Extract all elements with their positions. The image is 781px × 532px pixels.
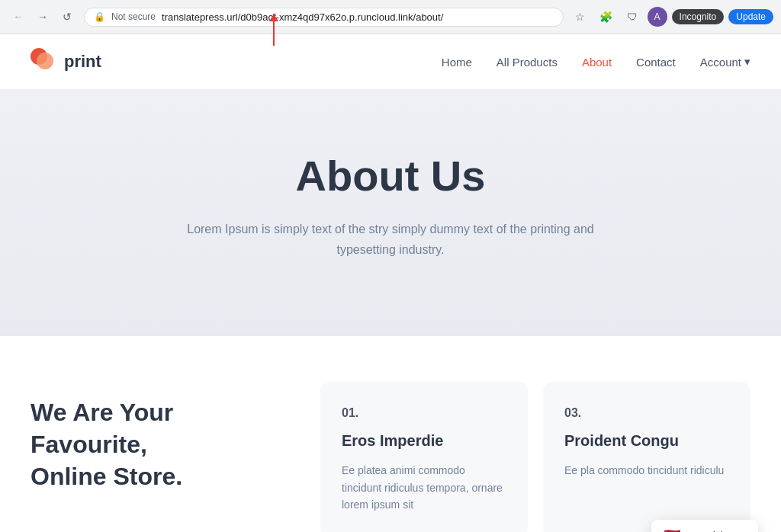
spanish-label: Spanish bbox=[688, 530, 727, 532]
hero-description: Lorem Ipsum is simply text of the stry s… bbox=[177, 219, 604, 260]
address-bar[interactable]: 🔒 Not secure translatepress.url/d0b9acf-… bbox=[84, 8, 564, 27]
left-title-line1: We Are Your Favourite, bbox=[31, 399, 173, 458]
nav-about[interactable]: About bbox=[582, 56, 612, 69]
nav-home[interactable]: Home bbox=[442, 56, 472, 69]
content-section: We Are Your Favourite, Online Store. 01.… bbox=[0, 336, 781, 532]
hero-title: About Us bbox=[31, 151, 750, 200]
profile-button[interactable]: A bbox=[648, 7, 667, 27]
browser-chrome: ← → ↺ 🔒 Not secure translatepress.url/d0… bbox=[0, 0, 781, 34]
left-title: We Are Your Favourite, Online Store. bbox=[31, 397, 290, 492]
nav-account[interactable]: Account ▾ bbox=[700, 55, 750, 69]
spanish-flag: 🇪🇸 bbox=[664, 527, 680, 532]
card-03-text: Ee pla commodo tincidunt ridiculu bbox=[564, 462, 729, 479]
extensions-button[interactable]: 🧩 bbox=[596, 6, 617, 27]
not-secure-label: Not secure bbox=[111, 11, 156, 22]
url-text: translatepress.url/d0b9acf-xmz4qd97x62o.… bbox=[162, 11, 554, 23]
nav-all-products[interactable]: All Products bbox=[497, 56, 558, 69]
cards-area: 01. Eros Imperdie Ee platea animi commod… bbox=[320, 382, 750, 532]
incognito-button[interactable]: Incognito bbox=[672, 9, 725, 24]
card-01-number: 01. bbox=[342, 406, 506, 420]
site-nav: Home All Products About Contact Account … bbox=[442, 55, 750, 69]
back-button[interactable]: ← bbox=[8, 6, 29, 27]
logo-circle-2 bbox=[37, 53, 53, 69]
site-header: print Home All Products About Contact Ac… bbox=[0, 34, 781, 90]
update-button[interactable]: Update bbox=[728, 9, 773, 24]
nav-contact[interactable]: Contact bbox=[636, 56, 676, 69]
logo-icon bbox=[31, 48, 58, 75]
card-03: 03. Proident Congu Ee pla commodo tincid… bbox=[543, 382, 750, 532]
hero-section: About Us Lorem Ipsum is simply text of t… bbox=[0, 90, 781, 336]
card-03-number: 03. bbox=[564, 406, 729, 420]
website: print Home All Products About Contact Ac… bbox=[0, 34, 781, 532]
logo-text: print bbox=[64, 52, 101, 72]
account-label: Account bbox=[700, 56, 741, 69]
shield-button[interactable]: 🛡 bbox=[622, 6, 643, 27]
logo[interactable]: print bbox=[31, 48, 101, 75]
lang-option-spanish[interactable]: 🇪🇸 Spanish bbox=[651, 520, 758, 532]
card-01: 01. Eros Imperdie Ee platea animi commod… bbox=[320, 382, 528, 532]
language-dropdown[interactable]: 🇪🇸 Spanish 🇬🇧 English bbox=[651, 520, 758, 532]
left-title-line2: Online Store. bbox=[31, 463, 182, 490]
card-01-text: Ee platea animi commodo tincidunt ridicu… bbox=[342, 462, 506, 513]
annotation-arrow-top bbox=[273, 14, 275, 46]
reload-button[interactable]: ↺ bbox=[56, 6, 78, 27]
card-03-title: Proident Congu bbox=[564, 432, 729, 450]
lock-icon: 🔒 bbox=[94, 11, 105, 22]
star-button[interactable]: ☆ bbox=[570, 6, 591, 27]
chevron-down-icon: ▾ bbox=[744, 55, 750, 69]
forward-button[interactable]: → bbox=[32, 6, 53, 27]
card-01-title: Eros Imperdie bbox=[342, 432, 506, 450]
left-content: We Are Your Favourite, Online Store. bbox=[31, 382, 290, 532]
